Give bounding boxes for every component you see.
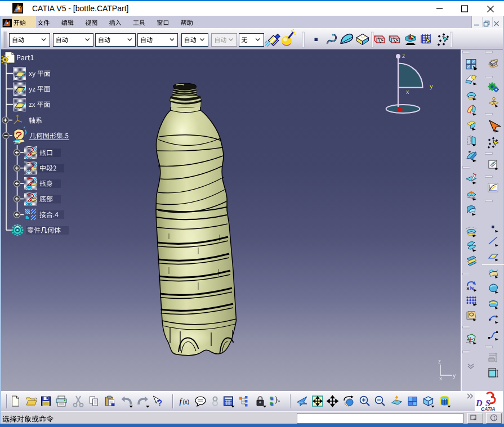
svg-text:(x): (x) bbox=[183, 399, 190, 405]
svg-text:?: ? bbox=[158, 398, 163, 407]
svg-text:CATIA: CATIA bbox=[481, 406, 495, 412]
